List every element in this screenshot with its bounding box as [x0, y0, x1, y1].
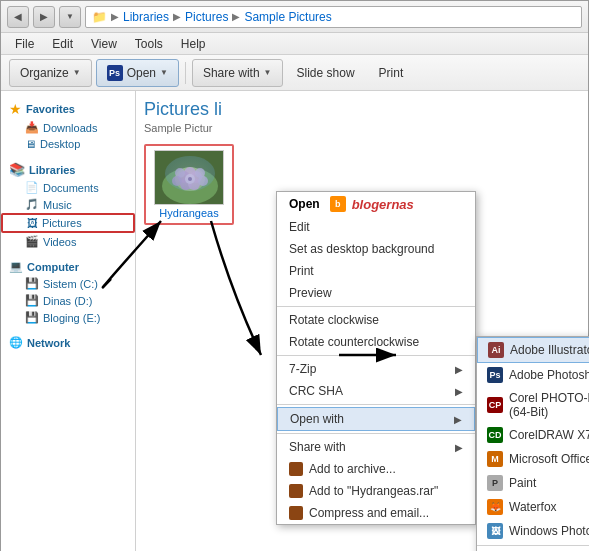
- add-rar-icon: [289, 484, 303, 498]
- ctx-open[interactable]: Open b blogernas: [277, 192, 475, 216]
- path-pictures[interactable]: Pictures: [185, 10, 228, 24]
- sub-photoshop[interactable]: Ps Adobe Photoshop CS6: [477, 363, 589, 387]
- svg-point-12: [172, 176, 182, 186]
- sub-paint[interactable]: P Paint: [477, 471, 589, 495]
- sidebar-item-documents[interactable]: 📄 Documents: [1, 179, 135, 196]
- open-arrow: ▼: [160, 68, 168, 77]
- photoviewer-label: Windows Photo Viewer: [509, 524, 589, 538]
- svg-point-8: [185, 174, 195, 184]
- libraries-header[interactable]: 📚 Libraries: [1, 160, 135, 179]
- path-libraries[interactable]: Libraries: [123, 10, 169, 24]
- main-content: ★ Favorites 📥 Downloads 🖥 Desktop 📚 Libr…: [1, 91, 588, 551]
- menu-view[interactable]: View: [83, 35, 125, 53]
- ctx-sep-1: [277, 306, 475, 307]
- organize-button[interactable]: Organize ▼: [9, 59, 92, 87]
- ctx-add-rar[interactable]: Add to "Hydrangeas.rar": [277, 480, 475, 502]
- content-area: Pictures li Sample Pictur: [136, 91, 588, 551]
- path-sample[interactable]: Sample Pictures: [244, 10, 331, 24]
- ctx-print[interactable]: Print: [277, 260, 475, 282]
- favorites-label: Favorites: [26, 103, 75, 115]
- documents-icon: 📄: [25, 181, 39, 194]
- sub-corel-paint[interactable]: CP Corel PHOTO-PAINT X7 (64-Bit): [477, 387, 589, 423]
- menu-help[interactable]: Help: [173, 35, 214, 53]
- sub-waterfox[interactable]: 🦊 Waterfox: [477, 495, 589, 519]
- illustrator-icon: Ai: [488, 342, 504, 358]
- sidebar-item-videos[interactable]: 🎬 Videos: [1, 233, 135, 250]
- ctx-compress[interactable]: Compress and email...: [277, 502, 475, 524]
- content-subtitle: Sample Pictur: [144, 122, 580, 134]
- network-section: 🌐 Network: [1, 334, 135, 351]
- sidebar-item-music[interactable]: 🎵 Music: [1, 196, 135, 213]
- forward-button[interactable]: ▶: [33, 6, 55, 28]
- sidebar-item-desktop[interactable]: 🖥 Desktop: [1, 136, 135, 152]
- add-archive-icon: [289, 462, 303, 476]
- file-item-hydrangeas[interactable]: Hydrangeas: [144, 144, 234, 225]
- drive-e-icon: 💾: [25, 311, 39, 324]
- menu-file[interactable]: File: [7, 35, 42, 53]
- coreldraw-label: CorelDRAW X7 (64-Bit): [509, 428, 589, 442]
- svg-point-3: [184, 167, 196, 179]
- ctx-7zip[interactable]: 7-Zip▶: [277, 358, 475, 380]
- ctx-add-archive[interactable]: Add to archive...: [277, 458, 475, 480]
- submenu-sep: [477, 545, 589, 546]
- desktop-icon: 🖥: [25, 138, 36, 150]
- slideshow-button[interactable]: Slide show: [287, 59, 365, 87]
- open-text: Open: [289, 197, 320, 211]
- paint-label: Paint: [509, 476, 536, 490]
- office-icon: M: [487, 451, 503, 467]
- network-label: Network: [27, 337, 70, 349]
- sub-photoviewer[interactable]: 🖼 Windows Photo Viewer: [477, 519, 589, 543]
- menu-tools[interactable]: Tools: [127, 35, 171, 53]
- open-button[interactable]: Ps Open ▼: [96, 59, 179, 87]
- ctx-edit[interactable]: Edit: [277, 216, 475, 238]
- folder-icon: 📁: [92, 10, 107, 24]
- ctx-crcsha[interactable]: CRC SHA▶: [277, 380, 475, 402]
- sidebar-item-drive-e[interactable]: 💾 Bloging (E:): [1, 309, 135, 326]
- menu-edit[interactable]: Edit: [44, 35, 81, 53]
- address-path: 📁 ▶ Libraries ▶ Pictures ▶ Sample Pictur…: [85, 6, 582, 28]
- sub-illustrator[interactable]: Ai Adobe Illustrator CS6: [477, 337, 589, 363]
- back-button[interactable]: ◀: [7, 6, 29, 28]
- sidebar: ★ Favorites 📥 Downloads 🖥 Desktop 📚 Libr…: [1, 91, 136, 551]
- drive-d-icon: 💾: [25, 294, 39, 307]
- svg-point-2: [175, 167, 205, 191]
- ctx-set-desktop[interactable]: Set as desktop background: [277, 238, 475, 260]
- ctx-sep-2: [277, 355, 475, 356]
- sidebar-item-downloads[interactable]: 📥 Downloads: [1, 119, 135, 136]
- ctx-rotate-cw[interactable]: Rotate clockwise: [277, 309, 475, 331]
- ps-icon-toolbar: Ps: [107, 65, 123, 81]
- ctx-rotate-ccw[interactable]: Rotate counterclockwise: [277, 331, 475, 353]
- network-icon: 🌐: [9, 336, 23, 349]
- sub-coreldraw[interactable]: CD CorelDRAW X7 (64-Bit): [477, 423, 589, 447]
- sub-office[interactable]: M Microsoft Office 2010: [477, 447, 589, 471]
- computer-header[interactable]: 💻 Computer: [1, 258, 135, 275]
- ctx-sharewith[interactable]: Share with▶: [277, 436, 475, 458]
- context-menu: Open b blogernas Edit Set as desktop bac…: [276, 191, 476, 525]
- drive-c-icon: 💾: [25, 277, 39, 290]
- svg-point-1: [162, 168, 218, 204]
- ctx-sep-3: [277, 404, 475, 405]
- share-button[interactable]: Share with ▼: [192, 59, 283, 87]
- libraries-section: 📚 Libraries 📄 Documents 🎵 Music 🖼 Pictur…: [1, 160, 135, 250]
- ctx-preview[interactable]: Preview: [277, 282, 475, 304]
- photoshop-label: Adobe Photoshop CS6: [509, 368, 589, 382]
- star-icon: ★: [9, 101, 22, 117]
- corel-paint-icon: CP: [487, 397, 503, 413]
- svg-point-6: [180, 178, 192, 190]
- ctx-openwith[interactable]: Open with ▶: [277, 407, 475, 431]
- organize-arrow: ▼: [73, 68, 81, 77]
- share-arrow: ▼: [264, 68, 272, 77]
- toolbar: Organize ▼ Ps Open ▼ Share with ▼ Slide …: [1, 55, 588, 91]
- photoshop-icon: Ps: [487, 367, 503, 383]
- network-header[interactable]: 🌐 Network: [1, 334, 135, 351]
- sidebar-item-drive-c[interactable]: 💾 Sistem (C:): [1, 275, 135, 292]
- dropdown-button[interactable]: ▼: [59, 6, 81, 28]
- sidebar-item-drive-d[interactable]: 💾 Dinas (D:): [1, 292, 135, 309]
- office-label: Microsoft Office 2010: [509, 452, 589, 466]
- blogernas-icon: b: [330, 196, 346, 212]
- videos-icon: 🎬: [25, 235, 39, 248]
- print-button[interactable]: Print: [369, 59, 414, 87]
- sidebar-item-pictures[interactable]: 🖼 Pictures: [1, 213, 135, 233]
- favorites-header[interactable]: ★ Favorites: [1, 99, 135, 119]
- downloads-icon: 📥: [25, 121, 39, 134]
